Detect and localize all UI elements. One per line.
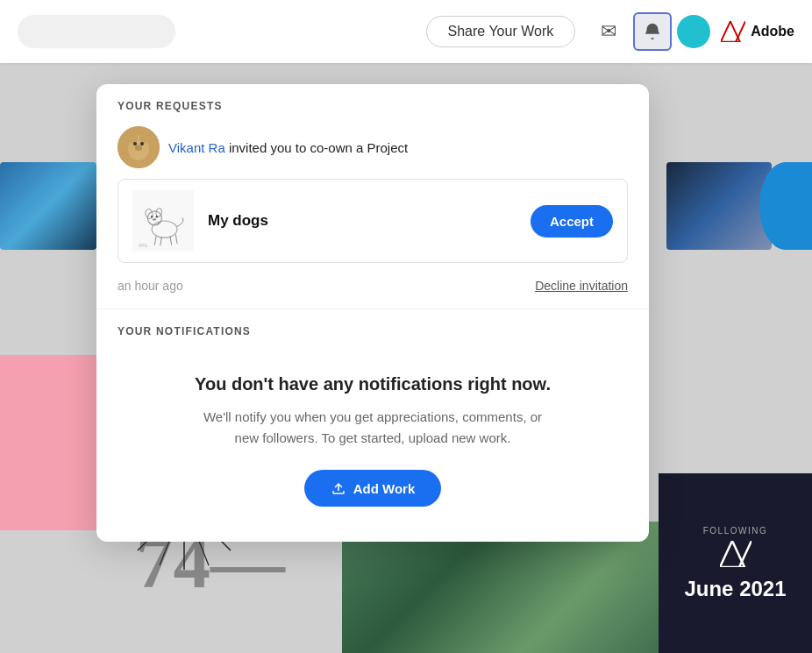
navbar: Share Your Work ✉ Adobe <box>0 0 812 63</box>
following-month: June 2021 <box>684 578 786 600</box>
notifications-header: YOUR NOTIFICATIONS <box>96 309 649 348</box>
bg-image-3 <box>759 162 812 250</box>
svg-point-19 <box>135 146 142 150</box>
requests-section-header: YOUR REQUESTS <box>96 84 649 123</box>
mail-icon-button[interactable]: ✉ <box>589 12 628 51</box>
svg-marker-11 <box>736 21 745 41</box>
svg-point-15 <box>129 131 138 144</box>
accept-button[interactable]: Accept <box>531 205 613 238</box>
svg-text:XPG: XPG <box>139 244 147 248</box>
svg-point-26 <box>153 218 156 220</box>
bell-icon-button[interactable] <box>633 12 672 51</box>
invite-text: invited you to co-own a Project <box>229 140 408 155</box>
empty-title: You don't have any notifications right n… <box>195 374 551 394</box>
decline-link[interactable]: Decline invitation <box>535 279 628 293</box>
request-item: Vikant Ra invited you to co-own a Projec… <box>96 123 649 309</box>
following-card: FOLLOWING June 2021 <box>659 473 812 653</box>
adobe-brand: Adobe <box>721 21 794 42</box>
bg-image-2 <box>666 162 772 250</box>
bell-icon <box>643 22 662 41</box>
svg-point-20 <box>152 221 177 238</box>
request-time: an hour ago <box>118 279 183 293</box>
svg-point-18 <box>140 142 144 146</box>
notification-panel: YOUR REQUESTS Vikant Ra invi <box>96 84 649 542</box>
svg-point-17 <box>133 142 137 146</box>
svg-point-16 <box>139 131 148 144</box>
svg-point-25 <box>156 216 158 217</box>
svg-marker-9 <box>739 541 751 567</box>
svg-line-28 <box>160 237 162 245</box>
upload-icon <box>331 480 346 496</box>
svg-line-30 <box>175 235 177 244</box>
following-label: FOLLOWING <box>703 526 768 536</box>
search-pill[interactable] <box>18 15 175 48</box>
add-work-button[interactable]: Add Work <box>304 470 442 507</box>
notifications-section: YOUR NOTIFICATIONS You don't have any no… <box>96 309 649 542</box>
project-card: XPG My dogs Accept <box>118 179 628 263</box>
project-title: My dogs <box>208 212 516 230</box>
project-thumbnail: XPG <box>132 190 194 252</box>
adobe-logo-following <box>720 541 751 572</box>
requester-avatar <box>118 126 160 168</box>
empty-desc: We'll notify you when you get appreciati… <box>197 407 548 449</box>
adobe-logo-nav <box>721 21 745 42</box>
svg-line-27 <box>154 237 156 245</box>
user-avatar-nav[interactable] <box>677 15 710 48</box>
bg-image-1 <box>0 162 96 250</box>
empty-notifications: You don't have any notifications right n… <box>96 348 649 542</box>
svg-line-29 <box>170 237 172 245</box>
requester-username[interactable]: Vikant Ra <box>168 140 225 155</box>
request-user-row: Vikant Ra invited you to co-own a Projec… <box>118 126 628 168</box>
svg-point-24 <box>151 216 153 217</box>
request-text: Vikant Ra invited you to co-own a Projec… <box>168 138 408 157</box>
add-work-label: Add Work <box>353 481 416 496</box>
share-work-button[interactable]: Share Your Work <box>426 16 576 47</box>
request-footer: an hour ago Decline invitation <box>118 275 628 309</box>
adobe-label: Adobe <box>751 24 794 39</box>
